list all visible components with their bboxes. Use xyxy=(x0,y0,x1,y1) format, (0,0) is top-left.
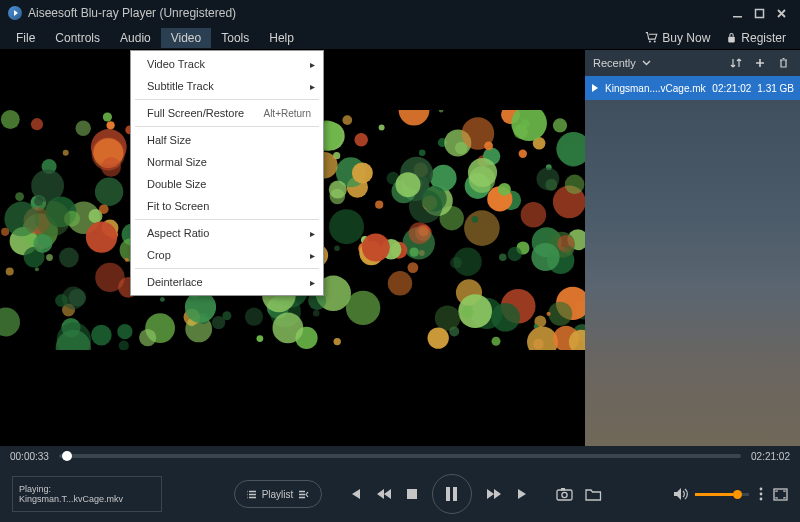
svg-point-216 xyxy=(86,221,117,252)
svg-point-213 xyxy=(273,313,304,344)
svg-rect-0 xyxy=(733,16,742,18)
svg-point-202 xyxy=(565,175,585,195)
dropdown-separator xyxy=(135,219,319,220)
maximize-button[interactable] xyxy=(748,4,770,22)
dropdown-item-label: Fit to Screen xyxy=(147,200,209,212)
right-controls xyxy=(673,487,788,501)
play-icon xyxy=(591,84,599,92)
svg-point-211 xyxy=(388,271,412,295)
svg-point-204 xyxy=(245,308,263,326)
svg-point-234 xyxy=(760,498,763,501)
titlebar: Aiseesoft Blu-ray Player (Unregistered) xyxy=(0,0,800,26)
svg-point-109 xyxy=(212,316,225,329)
now-playing-box: Playing: Kingsman.T...kvCage.mkv xyxy=(12,476,162,512)
svg-point-131 xyxy=(453,248,481,276)
lock-icon xyxy=(726,31,737,44)
open-folder-button[interactable] xyxy=(585,487,602,501)
svg-point-20 xyxy=(1,110,20,129)
svg-point-150 xyxy=(375,201,383,209)
snapshot-button[interactable] xyxy=(556,487,573,501)
svg-point-130 xyxy=(352,162,373,183)
svg-point-223 xyxy=(362,234,390,262)
svg-point-221 xyxy=(547,312,551,316)
more-options-icon[interactable] xyxy=(759,487,763,501)
svg-point-188 xyxy=(435,305,460,330)
dropdown-item[interactable]: Full Screen/RestoreAlt+Return xyxy=(131,102,323,124)
menu-video[interactable]: Video xyxy=(161,28,211,48)
prev-button[interactable] xyxy=(348,487,362,501)
svg-point-220 xyxy=(491,303,520,332)
seek-knob[interactable] xyxy=(62,451,72,461)
svg-point-212 xyxy=(185,292,216,323)
pause-button[interactable] xyxy=(432,474,472,514)
next-button[interactable] xyxy=(516,487,530,501)
close-button[interactable] xyxy=(770,4,792,22)
svg-point-107 xyxy=(419,149,426,156)
dropdown-item-label: Full Screen/Restore xyxy=(147,107,244,119)
playlist-header-label[interactable]: Recently xyxy=(593,57,636,69)
dropdown-item-label: Video Track xyxy=(147,58,205,70)
volume-slider[interactable] xyxy=(695,493,749,496)
playlist-header: Recently xyxy=(585,50,800,76)
time-current: 00:00:33 xyxy=(10,451,49,462)
forward-button[interactable] xyxy=(486,488,502,500)
svg-point-3 xyxy=(654,41,656,43)
fullscreen-button[interactable] xyxy=(773,488,788,501)
sort-button[interactable] xyxy=(727,57,745,69)
video-dropdown-menu: Video TrackSubtitle TrackFull Screen/Res… xyxy=(130,50,324,296)
dropdown-separator xyxy=(135,126,319,127)
dropdown-item[interactable]: Half Size xyxy=(131,129,323,151)
svg-rect-229 xyxy=(557,490,572,500)
rewind-button[interactable] xyxy=(376,488,392,500)
svg-point-219 xyxy=(468,158,497,187)
playlist-item-duration: 02:21:02 xyxy=(712,83,751,94)
volume-icon[interactable] xyxy=(673,487,689,501)
svg-point-52 xyxy=(160,297,165,302)
dropdown-item[interactable]: Double Size xyxy=(131,173,323,195)
dropdown-item[interactable]: Crop xyxy=(131,244,323,266)
svg-point-197 xyxy=(428,327,449,348)
dropdown-item-label: Crop xyxy=(147,249,171,261)
dropdown-item-label: Aspect Ratio xyxy=(147,227,209,239)
svg-point-184 xyxy=(6,268,14,276)
dropdown-item[interactable]: Normal Size xyxy=(131,151,323,173)
dropdown-item-label: Subtitle Track xyxy=(147,80,214,92)
progress-bar: 00:00:33 02:21:02 xyxy=(0,446,800,466)
menu-help[interactable]: Help xyxy=(259,28,304,48)
dropdown-item[interactable]: Subtitle Track xyxy=(131,75,323,97)
dropdown-item[interactable]: Fit to Screen xyxy=(131,195,323,217)
svg-point-157 xyxy=(521,202,547,228)
menu-audio[interactable]: Audio xyxy=(110,28,161,48)
dropdown-item[interactable]: Video Track xyxy=(131,53,323,75)
svg-point-141 xyxy=(257,335,264,342)
register-button[interactable]: Register xyxy=(718,31,794,45)
chevron-down-icon[interactable] xyxy=(642,60,651,66)
minimize-button[interactable] xyxy=(726,4,748,22)
svg-point-209 xyxy=(564,246,574,256)
svg-rect-228 xyxy=(453,487,457,501)
svg-point-189 xyxy=(548,302,572,326)
volume-knob[interactable] xyxy=(733,490,742,499)
svg-point-198 xyxy=(409,222,431,244)
menu-tools[interactable]: Tools xyxy=(211,28,259,48)
svg-rect-231 xyxy=(561,488,565,491)
cart-icon xyxy=(645,31,658,44)
seek-slider[interactable] xyxy=(59,454,741,458)
delete-button[interactable] xyxy=(775,57,792,69)
now-playing-file: Kingsman.T...kvCage.mkv xyxy=(19,494,155,504)
menu-file[interactable]: File xyxy=(6,28,45,48)
dropdown-item[interactable]: Deinterlace xyxy=(131,271,323,293)
dropdown-item[interactable]: Aspect Ratio xyxy=(131,222,323,244)
buy-now-button[interactable]: Buy Now xyxy=(637,31,718,45)
dropdown-item-label: Normal Size xyxy=(147,156,207,168)
playlist-toggle-button[interactable]: Playlist xyxy=(234,480,322,508)
menu-controls[interactable]: Controls xyxy=(45,28,110,48)
svg-point-169 xyxy=(4,202,39,237)
playlist-item[interactable]: Kingsman....vCage.mkv 02:21:02 1.31 GB xyxy=(585,76,800,100)
video-area[interactable]: Video TrackSubtitle TrackFull Screen/Res… xyxy=(0,50,585,446)
stop-button[interactable] xyxy=(406,488,418,500)
add-button[interactable] xyxy=(751,57,769,69)
dropdown-item-shortcut: Alt+Return xyxy=(263,108,311,119)
volume-control xyxy=(673,487,749,501)
content-area: Video TrackSubtitle TrackFull Screen/Res… xyxy=(0,50,800,446)
